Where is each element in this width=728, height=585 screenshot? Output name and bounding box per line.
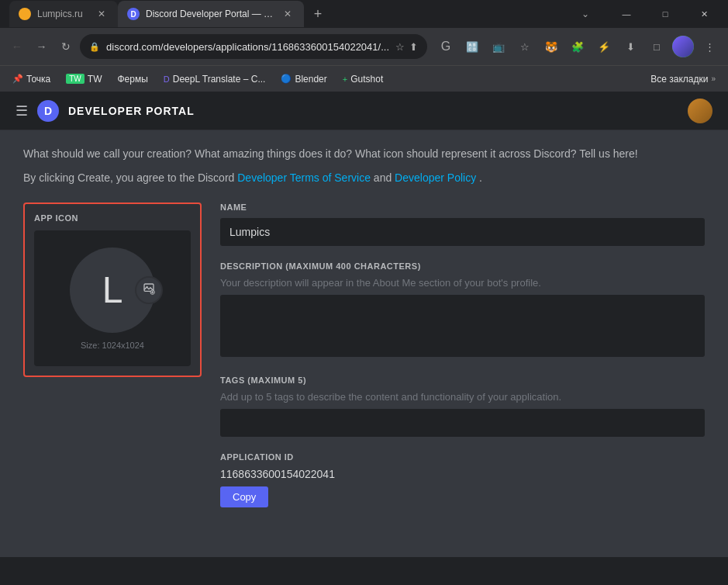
bookmark-tw-icon: TW — [66, 74, 85, 84]
close-button[interactable]: ✕ — [686, 0, 722, 28]
tags-field-hint: Add up to 5 tags to describe the content… — [220, 391, 705, 403]
screen-icon[interactable]: □ — [644, 34, 669, 59]
bookmark-tochka-label: Точка — [26, 74, 50, 85]
bookmark-blender[interactable]: 🔵 Blender — [274, 71, 333, 88]
upload-icon — [143, 282, 155, 298]
bookmark-tochka-icon: 📌 — [12, 74, 23, 84]
bookmark-all[interactable]: Все закладки » — [644, 71, 722, 88]
bookmark-all-chevron: » — [711, 74, 716, 83]
bookmark-tw-label: TW — [88, 74, 102, 85]
tab-favicon-lumpics — [19, 8, 31, 20]
forward-button[interactable]: → — [31, 34, 53, 59]
tab-favicon-discord: D — [127, 8, 140, 20]
new-tab-button[interactable]: + — [304, 1, 332, 27]
bookmark-fermy-label: Фермы — [117, 74, 147, 85]
app-id-label: APPLICATION ID — [220, 452, 705, 462]
tab-discord[interactable]: D Discord Developer Portal — My _ ✕ — [118, 1, 304, 27]
reload-button[interactable]: ↻ — [55, 34, 77, 59]
browser-toolbar-actions: G 🔠 📺 ☆ 🐯 🧩 ⚡ ⬇ □ ⋮ — [433, 34, 722, 59]
window-controls: — □ ✕ — [609, 0, 722, 28]
cast-icon[interactable]: 📺 — [486, 34, 511, 59]
icon-size-text: Size: 1024x1024 — [81, 341, 144, 350]
bookmark-blender-label: Blender — [295, 74, 326, 85]
tab-close-lumpics[interactable]: ✕ — [95, 7, 109, 21]
user-avatar[interactable] — [688, 99, 712, 123]
bookmark-gutshot[interactable]: + Gutshot — [336, 71, 389, 88]
tos-link-terms[interactable]: Developer Terms of Service — [237, 171, 371, 184]
desc-field-group: DESCRIPTION (MAXIMUM 400 CHARACTERS) You… — [220, 261, 705, 360]
address-text: discord.com/developers/applications/1168… — [106, 41, 389, 53]
bookmark-deepl[interactable]: D DeepL Translate – C... — [157, 71, 272, 88]
upload-icon-button[interactable] — [135, 276, 163, 304]
translate-icon[interactable]: 🔠 — [460, 34, 485, 59]
address-actions: ☆ ⬆ — [395, 41, 418, 53]
address-box[interactable]: 🔒 discord.com/developers/applications/11… — [80, 34, 427, 59]
name-field-group: NAME — [220, 202, 705, 246]
tab-title-discord: Discord Developer Portal — My _ — [146, 9, 274, 19]
tab-title-lumpics: Lumpics.ru — [37, 9, 88, 19]
more-menu-button[interactable]: ⋮ — [697, 34, 722, 59]
tab-ctrl-chevron[interactable]: ⌄ — [574, 3, 596, 25]
tab-controls: ⌄ — [568, 3, 602, 25]
bookmark-all-label: Все закладки — [650, 74, 708, 85]
main-content: What should we call your creation? What … — [0, 130, 728, 557]
name-field-label: NAME — [220, 202, 705, 212]
icon-circle: L — [70, 248, 155, 333]
icon-letter: L — [102, 268, 123, 311]
tab-lumpics[interactable]: Lumpics.ru ✕ — [9, 1, 118, 27]
discord-logo: D — [37, 100, 59, 122]
discord-logo-letter: D — [44, 105, 52, 117]
tos-link-policy[interactable]: Developer Policy — [395, 171, 476, 184]
align-icon[interactable]: ⚡ — [592, 34, 616, 59]
discord-app: ☰ D DEVELOPER PORTAL What should we call… — [0, 92, 728, 557]
back-button[interactable]: ← — [6, 34, 28, 59]
intro-text: What should we call your creation? What … — [23, 146, 705, 162]
user-avatar-img — [688, 99, 712, 123]
bookmark-star-icon[interactable]: ☆ — [395, 41, 405, 53]
desc-field-hint: Your description will appear in the Abou… — [220, 277, 705, 289]
lock-icon: 🔒 — [89, 42, 100, 52]
tags-field-label: TAGS (MAXIMUM 5) — [220, 376, 705, 385]
app-id-field-group: APPLICATION ID 1168633600154022041 Copy — [220, 452, 705, 507]
hamburger-menu-icon[interactable]: ☰ — [16, 102, 28, 119]
form-layout: APP ICON L — [23, 202, 705, 523]
tags-input[interactable] — [220, 409, 705, 437]
profile-avatar — [672, 36, 694, 57]
app-id-value: 1168633600154022041 — [220, 468, 705, 480]
address-bar-row: ← → ↻ 🔒 discord.com/developers/applicati… — [0, 28, 728, 65]
bookmark-deepl-icon: D — [164, 74, 170, 84]
bookmark-tochka[interactable]: 📌 Точка — [6, 71, 57, 88]
tags-field-group: TAGS (MAXIMUM 5) Add up to 5 tags to des… — [220, 376, 705, 437]
maximize-button[interactable]: □ — [647, 0, 683, 28]
app-icon-label: APP ICON — [34, 213, 191, 223]
bookmark-gutshot-label: Gutshot — [350, 74, 383, 85]
form-right: NAME DESCRIPTION (MAXIMUM 400 CHARACTERS… — [220, 202, 705, 523]
tiger-icon[interactable]: 🐯 — [539, 34, 564, 59]
title-bar: Lumpics.ru ✕ D Discord Developer Portal … — [0, 0, 728, 28]
tos-line-prefix: By clicking Create, you agree to the Dis… — [23, 171, 237, 184]
google-icon[interactable]: G — [433, 34, 458, 59]
portal-title: DEVELOPER PORTAL — [68, 105, 195, 117]
bookmark-fermy[interactable]: Фермы — [111, 71, 154, 88]
bookmark-blender-icon: 🔵 — [281, 74, 292, 84]
dev-portal-header: ☰ D DEVELOPER PORTAL — [0, 92, 728, 130]
icon-preview-area[interactable]: L — [34, 230, 191, 366]
tos-and: and — [374, 171, 395, 184]
bookmark-deepl-label: DeepL Translate – C... — [173, 74, 266, 85]
profile-button[interactable] — [671, 34, 695, 59]
name-input[interactable] — [220, 218, 705, 246]
tab-close-discord[interactable]: ✕ — [281, 7, 295, 21]
extensions-icon[interactable]: 🧩 — [565, 34, 590, 59]
app-icon-section: APP ICON L — [23, 202, 202, 377]
download-icon[interactable]: ⬇ — [618, 34, 643, 59]
tos-end: . — [479, 171, 482, 184]
star-toolbar-icon[interactable]: ☆ — [512, 34, 537, 59]
desc-field-label: DESCRIPTION (MAXIMUM 400 CHARACTERS) — [220, 261, 705, 271]
desc-textarea[interactable] — [220, 295, 705, 357]
share-icon[interactable]: ⬆ — [409, 41, 418, 53]
minimize-button[interactable]: — — [609, 0, 644, 28]
tos-text: By clicking Create, you agree to the Dis… — [23, 171, 705, 184]
bookmark-tw[interactable]: TW TW — [60, 71, 108, 88]
copy-button[interactable]: Copy — [220, 486, 268, 507]
bookmark-gutshot-icon: + — [343, 74, 347, 84]
